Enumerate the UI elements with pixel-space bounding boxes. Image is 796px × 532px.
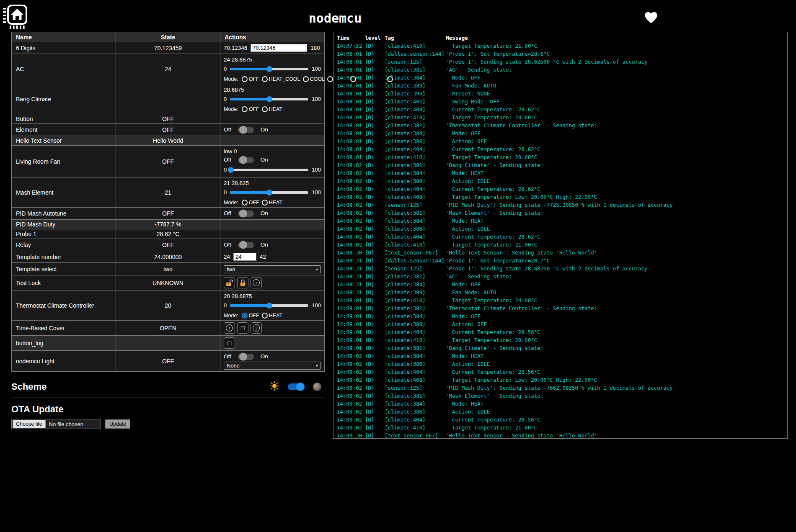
log-row: 14:08:01[D][climate:381]'Thermostat Clim…: [337, 121, 784, 129]
log-level: [D]: [365, 121, 385, 129]
toggle-control: OffOn: [224, 241, 321, 249]
update-button[interactable]: Update: [105, 419, 130, 429]
log-time: 14:09:30: [337, 432, 365, 439]
log-message: Target Temperature: 21.00°C: [446, 424, 784, 432]
log-row: 14:08:01[D][climate:410] Target Temperat…: [337, 113, 784, 121]
mode-radio-off[interactable]: [242, 106, 248, 112]
toggle-switch[interactable]: [238, 354, 254, 360]
entity-actions: 28.68750100Mode:OFFHEAT: [220, 84, 325, 114]
log-tag: [climate:408]: [385, 193, 446, 201]
scheme-toggle-knob: [296, 383, 305, 391]
log-time: 14:08:31: [337, 265, 365, 272]
log-level: [D]: [365, 432, 385, 439]
climate-mode-options: Mode:OFFHEAT: [224, 106, 321, 112]
number-control: 2442: [224, 253, 321, 261]
log-level: [D]: [365, 312, 385, 320]
entity-actions: 24 28.68750100Mode:OFFHEAT_COOLCOOLHEATF…: [220, 54, 325, 84]
slider-thumb[interactable]: [228, 167, 234, 173]
mode-radio-heat[interactable]: [262, 313, 268, 319]
mode-radio-cool[interactable]: [303, 76, 309, 82]
log-level: [D]: [365, 288, 385, 296]
mode-radio-heat[interactable]: [262, 200, 268, 206]
mode-radio-heat[interactable]: [262, 106, 268, 112]
log-time: 14:08:02: [337, 185, 365, 193]
file-input[interactable]: Choose file No file chosen: [11, 419, 101, 429]
mode-label: Mode:: [224, 106, 238, 112]
log-time: 14:08:01: [337, 82, 365, 90]
cover-stop-button[interactable]: □: [237, 322, 248, 334]
log-time: 14:09:01: [337, 320, 365, 328]
lock-open-button[interactable]: ↑: [251, 277, 262, 288]
log-tag: [climate:386]: [385, 225, 446, 233]
toggle-switch[interactable]: [238, 127, 254, 133]
entity-name: PID Mash Duty: [12, 220, 116, 229]
mode-radio-off[interactable]: [242, 200, 248, 206]
log-time: 14:08:02: [337, 225, 365, 233]
log-level: [D]: [365, 280, 385, 288]
slider-track[interactable]: [230, 68, 308, 70]
cover-close-button[interactable]: ↓: [251, 322, 262, 334]
column-header-state: State: [116, 32, 220, 42]
select-control[interactable]: two▾: [224, 265, 321, 273]
log-level: [D]: [365, 233, 385, 241]
log-message: Action: IDLE: [446, 360, 784, 368]
unlock-button[interactable]: [224, 277, 235, 288]
log-message: Action: IDLE: [446, 177, 784, 185]
log-level: [D]: [365, 352, 385, 360]
slider-track[interactable]: [230, 169, 308, 171]
slider-max-label: 100: [312, 189, 321, 195]
scheme-toggle[interactable]: [288, 383, 305, 390]
log-row: 14:09:02[D][climate:404] Current Tempera…: [337, 368, 784, 376]
cover-open-button[interactable]: ↑: [224, 322, 235, 334]
toggle-switch[interactable]: [238, 211, 254, 217]
log-row: 14:08:01[D][climate:401] Swing Mode: OFF: [337, 98, 784, 105]
toggle-switch[interactable]: [238, 242, 254, 248]
log-level: [D]: [365, 137, 385, 145]
climate-mode-options: Mode:OFFHEAT: [224, 313, 321, 319]
log-message: 'Mash Element' - Sending state:: [446, 209, 784, 217]
entity-actions: 21 28.6250100Mode:OFFHEAT: [220, 177, 325, 208]
number-input[interactable]: [233, 253, 256, 261]
log-tag: [climate:410]: [385, 336, 446, 344]
log-time: 14:09:02: [337, 352, 365, 360]
lock-button[interactable]: [237, 277, 248, 288]
log-level: [D]: [365, 296, 385, 304]
slider-thumb[interactable]: [266, 303, 272, 308]
button-log-press-button[interactable]: □: [224, 337, 235, 349]
file-status-text: No file chosen: [49, 421, 83, 427]
number-input[interactable]: [251, 44, 307, 52]
entity-state: 70.123459: [116, 42, 220, 54]
mode-label: Mode:: [224, 200, 238, 206]
entity-row: Probe 128.62 °C: [12, 229, 325, 239]
entity-row: Bang Climate28.68750100Mode:OFFHEAT: [12, 84, 325, 114]
select-control[interactable]: None▾: [224, 362, 321, 370]
slider-track[interactable]: [230, 98, 308, 100]
toggle-switch[interactable]: [238, 157, 254, 163]
mode-radio-heat_cool[interactable]: [262, 76, 268, 82]
log-time: 14:08:01: [337, 58, 365, 66]
mode-radio-dry[interactable]: [387, 76, 393, 82]
climate-mode-options: Mode:OFFHEAT: [224, 200, 321, 206]
mode-radio-heat[interactable]: [327, 76, 333, 82]
log-level: [D]: [365, 66, 385, 74]
scheme-controls: [269, 381, 321, 393]
log-message: Fan Mode: AUTO: [446, 82, 784, 90]
log-time: 14:09:02: [337, 416, 365, 424]
log-message: Target Temperature: Low: 20.00°C High: 2…: [446, 193, 784, 201]
log-message: 'Probe 1': Got Temperature=28.7°C: [446, 257, 784, 265]
log-row: 14:08:02[D][climate:381]'Bang Climate' -…: [337, 161, 784, 169]
log-level: [D]: [365, 241, 385, 249]
log-panel[interactable]: Time level Tag Message 14:07:32[D][clima…: [333, 32, 788, 439]
slider-thumb[interactable]: [266, 66, 272, 72]
slider-thumb[interactable]: [266, 96, 272, 102]
scheme-section: Scheme: [11, 381, 325, 398]
mode-radio-off[interactable]: [242, 76, 248, 82]
slider-track[interactable]: [230, 304, 308, 307]
choose-file-button[interactable]: Choose file: [13, 420, 46, 428]
slider-thumb[interactable]: [266, 190, 272, 195]
slider-track[interactable]: [230, 191, 308, 194]
slider-min-label: 0: [224, 167, 227, 173]
log-level: [D]: [365, 225, 385, 233]
mode-radio-off[interactable]: [242, 313, 248, 319]
log-tag: [climate:381]: [385, 161, 446, 169]
